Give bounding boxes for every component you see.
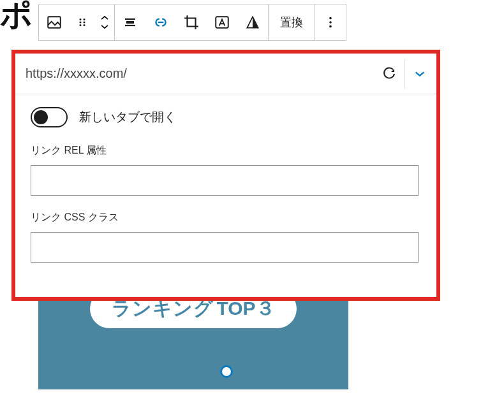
- background-heading-fragment: ポ: [0, 0, 31, 36]
- link-icon[interactable]: [145, 4, 176, 40]
- crop-icon[interactable]: [176, 4, 207, 40]
- replace-button[interactable]: 置換: [269, 4, 315, 40]
- svg-point-4: [84, 22, 85, 24]
- link-rel-label: リンク REL 属性: [31, 144, 419, 157]
- text-overlay-icon[interactable]: [207, 4, 237, 40]
- link-css-input[interactable]: [31, 232, 419, 263]
- link-settings-panel: 新しいタブで開く リンク REL 属性 リンク CSS クラス: [11, 50, 440, 301]
- collapse-settings-icon[interactable]: [404, 59, 434, 89]
- link-url-input[interactable]: [26, 66, 375, 81]
- move-down-icon[interactable]: [95, 22, 114, 31]
- resize-handle-bottom[interactable]: [220, 365, 233, 378]
- svg-rect-0: [48, 17, 61, 27]
- drag-handle-icon[interactable]: [70, 4, 95, 40]
- link-css-label: リンク CSS クラス: [31, 211, 419, 224]
- svg-point-2: [84, 18, 85, 20]
- submit-url-icon[interactable]: [375, 59, 404, 89]
- link-url-row: [15, 54, 436, 94]
- svg-point-13: [329, 21, 332, 24]
- svg-point-12: [329, 17, 332, 20]
- link-rel-input[interactable]: [31, 165, 419, 196]
- image-block-icon[interactable]: [39, 4, 70, 40]
- svg-point-14: [329, 25, 332, 28]
- svg-point-3: [80, 22, 82, 24]
- duotone-icon[interactable]: [237, 4, 268, 40]
- open-new-tab-label: 新しいタブで開く: [79, 109, 176, 126]
- svg-point-5: [80, 24, 82, 26]
- block-toolbar: 置換: [38, 4, 346, 41]
- toggle-knob: [34, 110, 48, 124]
- move-up-icon[interactable]: [95, 13, 114, 22]
- open-new-tab-toggle[interactable]: [31, 107, 68, 127]
- svg-point-1: [80, 18, 82, 20]
- align-icon[interactable]: [115, 4, 145, 40]
- svg-point-6: [84, 24, 85, 26]
- more-options-icon[interactable]: [315, 4, 346, 40]
